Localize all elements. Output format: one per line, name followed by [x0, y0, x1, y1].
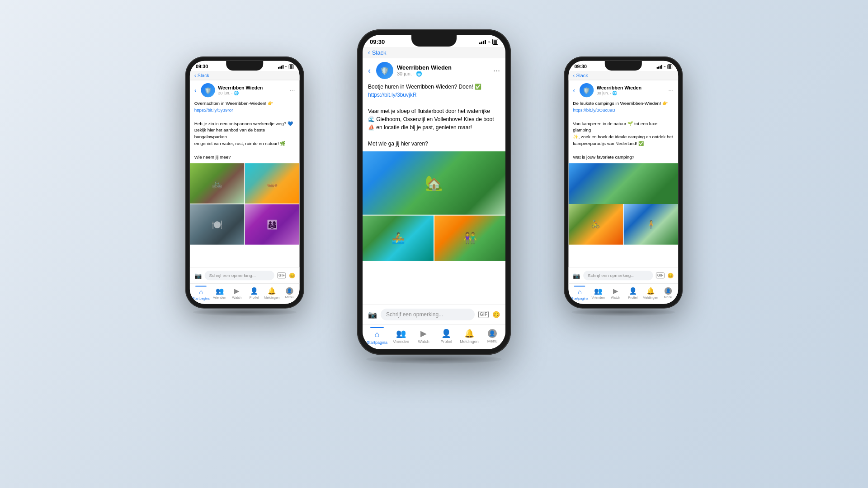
phones-container: 09:30 ⌁ ▓ ‹ Slack ‹	[163, 29, 705, 459]
more-button-center[interactable]: ···	[493, 66, 500, 75]
back-button-center[interactable]: ‹	[368, 66, 371, 75]
comment-input-left[interactable]: Schrijf een opmerking...	[205, 271, 274, 280]
profile-icon-right: 👤	[629, 287, 637, 295]
post-text-center: Bootje huren in Weerribben-Wieden? Doen!…	[363, 83, 505, 151]
post-scroll-right: De leukste campings in Weerribben-Wieden…	[568, 100, 678, 267]
status-bar-left: 09:30 ⌁ ▓	[190, 61, 300, 71]
post-line1-right: De leukste campings in Weerribben-Wieden…	[573, 101, 668, 106]
image-blond-right: 🧍	[624, 204, 679, 244]
post-text-right: De leukste campings in Weerribben-Wieden…	[568, 100, 678, 163]
more-button-right[interactable]: ···	[668, 86, 674, 94]
watch-label-right: Watch	[611, 296, 620, 299]
profile-icon-left: 👤	[250, 287, 258, 295]
emoji-button-left[interactable]: 😊	[289, 272, 295, 278]
slack-back-label-left: Slack	[198, 73, 209, 78]
menu-icon-center: 👤	[488, 329, 497, 338]
image-kayak-left: 🛶	[245, 163, 300, 203]
emoji-button-center[interactable]: 😊	[492, 311, 500, 318]
time-right: 09:30	[575, 64, 587, 69]
image-grid-left: 🚲 🛶 🍽️ 👨‍👩‍👧	[190, 163, 300, 244]
menu-label-left: Menu	[285, 295, 293, 299]
page-name-center: Weerribben Wieden	[397, 64, 490, 71]
post-link1-left[interactable]: https://bit.ly/3y39ror	[194, 108, 233, 113]
back-button-left[interactable]: ‹	[194, 86, 197, 94]
slack-back-left[interactable]: ‹ Slack	[190, 71, 300, 80]
signal-center	[479, 40, 486, 44]
menu-icon-right: 👤	[664, 287, 671, 294]
emoji-button-right[interactable]: 😊	[667, 272, 674, 278]
image-cycling-left: 🚲	[190, 163, 245, 203]
nav-profile-right[interactable]: 👤 Profiel	[625, 287, 640, 300]
nav-menu-right[interactable]: 👤 Menu	[660, 287, 675, 299]
friends-icon-left: 👥	[216, 287, 224, 295]
post-link-center[interactable]: https://bit.ly/3buvjkR	[368, 92, 416, 98]
comment-input-right[interactable]: Schrijf een opmerking...	[583, 271, 653, 280]
camera-icon-center: 📷	[368, 310, 377, 319]
avatar-left: 🛡️	[201, 83, 215, 97]
post-header-right: ‹ 🛡️ Weerribben Wieden 30 jun. · 🌐 ···	[568, 80, 678, 100]
profile-label-center: Profiel	[441, 339, 453, 344]
watch-label-left: Watch	[232, 296, 242, 299]
phone-frame-left: 09:30 ⌁ ▓ ‹ Slack ‹	[185, 56, 304, 309]
home-icon-right: ⌂	[578, 288, 582, 296]
nav-profile-center[interactable]: 👤 Profiel	[437, 328, 455, 344]
nav-home-left[interactable]: ⌂ Startpagina	[193, 286, 210, 300]
nav-friends-center[interactable]: 👥 Vrienden	[392, 328, 410, 344]
nav-notifications-left[interactable]: 🔔 Meldingen	[264, 287, 279, 300]
nav-friends-right[interactable]: 👥 Vrienden	[591, 287, 606, 300]
home-label-center: Startpagina	[367, 340, 387, 345]
nav-notifications-center[interactable]: 🔔 Meldingen	[460, 328, 479, 344]
comment-input-center[interactable]: Schrijf een opmerking...	[381, 309, 475, 320]
signal-left	[278, 65, 283, 68]
more-button-left[interactable]: ···	[289, 86, 295, 94]
nav-home-center[interactable]: ⌂ Startpagina	[367, 327, 387, 345]
home-label-left: Startpagina	[193, 296, 210, 300]
status-bar-center: 09:30 ⌁ ▓	[363, 35, 505, 47]
image-couple-center: 👫	[434, 216, 505, 261]
nav-notifications-right[interactable]: 🔔 Meldingen	[643, 287, 658, 300]
image-canoe-center: 🚣	[363, 216, 434, 261]
post-scroll-center: Bootje huren in Weerribben-Wieden? Doen!…	[363, 83, 505, 305]
nav-friends-left[interactable]: 👥 Vrienden	[212, 287, 227, 300]
notifications-icon-right: 🔔	[646, 287, 655, 295]
nav-menu-center[interactable]: 👤 Menu	[483, 329, 501, 343]
slack-back-arrow-right: ‹	[573, 72, 575, 78]
wifi-icon-right: ⌁	[664, 65, 666, 69]
phone-frame-center: 09:30 ⌁ ▓ ‹ Slack ‹	[357, 29, 511, 355]
gif-button-right[interactable]: GIF	[656, 272, 665, 278]
back-button-right[interactable]: ‹	[573, 86, 575, 94]
camera-icon-right: 📷	[573, 272, 580, 279]
slack-back-arrow-center: ‹	[368, 49, 370, 56]
image-bottom-center: 🚣 👫	[363, 216, 505, 261]
post-meta-center: 30 jun. · 🌐	[397, 71, 490, 77]
nav-profile-left[interactable]: 👤 Profiel	[247, 287, 262, 300]
nav-watch-left[interactable]: ▶ Watch	[229, 287, 244, 300]
gif-button-left[interactable]: GIF	[278, 272, 286, 278]
avatar-center: 🛡️	[376, 62, 393, 79]
image-bottom-right: 🚴 🧍	[568, 204, 678, 244]
status-icons-center: ⌁ ▓	[479, 39, 498, 45]
notch-left	[226, 61, 263, 70]
home-label-right: Startpagina	[571, 296, 588, 300]
phone-screen-center: 09:30 ⌁ ▓ ‹ Slack ‹	[363, 35, 505, 349]
phone-left: 09:30 ⌁ ▓ ‹ Slack ‹	[185, 56, 304, 309]
post-text-left: Overnachten in Weerribben-Wieden! 👉 http…	[190, 100, 300, 163]
image-giethoorn-center: 🏡	[363, 151, 505, 215]
image-grid-right: 🚴 🧍	[568, 163, 678, 244]
nav-watch-right[interactable]: ▶ Watch	[608, 287, 623, 300]
friends-label-center: Vrienden	[393, 339, 409, 344]
nav-watch-center[interactable]: ▶ Watch	[415, 328, 433, 344]
image-dining-left: 🍽️	[190, 204, 245, 244]
nav-home-right[interactable]: ⌂ Startpagina	[571, 286, 588, 300]
battery-icon-left: ▓	[289, 64, 294, 69]
comment-actions-center: GIF 😊	[478, 311, 500, 318]
post-info-left: Weerribben Wieden 30 jun. · 🌐	[218, 85, 287, 95]
notifications-label-center: Meldingen	[460, 339, 479, 344]
post-link-right[interactable]: https://bit.ly/3Ouc89B	[573, 108, 615, 113]
slack-back-right[interactable]: ‹ Slack	[568, 71, 678, 80]
slack-back-center[interactable]: ‹ Slack	[363, 47, 505, 58]
nav-menu-left[interactable]: 👤 Menu	[282, 287, 297, 299]
time-center: 09:30	[370, 38, 385, 45]
wifi-icon-left: ⌁	[285, 65, 287, 69]
gif-button-center[interactable]: GIF	[478, 311, 489, 318]
